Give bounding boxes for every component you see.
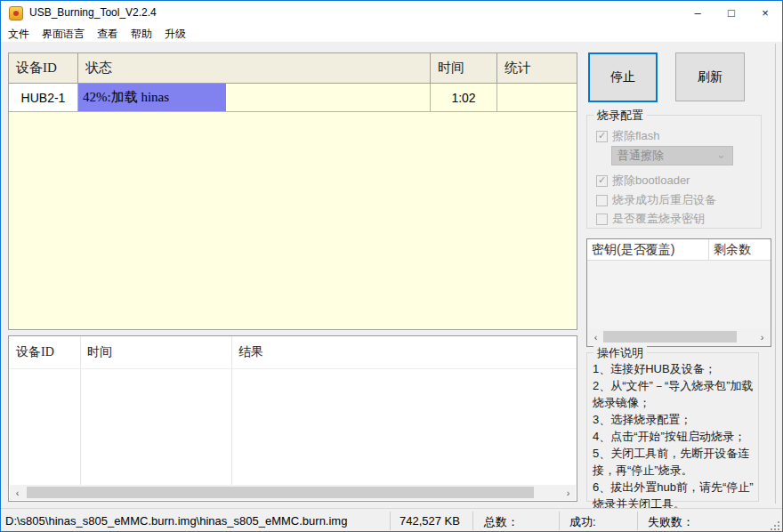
instructions-group: 操作说明 1、连接好HUB及设备； 2、从“文件”－“导入烧录包”加载烧录镜像；… <box>586 352 759 502</box>
scrollbar-thumb[interactable] <box>27 487 534 498</box>
panel-divider <box>775 44 776 504</box>
refresh-button[interactable]: 刷新 <box>675 52 745 101</box>
menu-item-file[interactable]: 文件 <box>8 27 36 42</box>
erase-bootloader-checkbox[interactable]: 擦除bootloader <box>596 173 690 189</box>
fail-count-label: 失败数： <box>648 514 694 530</box>
erase-mode-value: 普通擦除 <box>618 148 664 164</box>
menu-item-language[interactable]: 界面语言 <box>42 27 92 42</box>
checkbox-icon <box>596 131 608 142</box>
column-header-device-id[interactable]: 设备ID <box>9 336 80 368</box>
statusbar-separator <box>637 512 638 530</box>
statusbar-separator <box>472 512 473 530</box>
device-grid: 设备ID 状态 时间 统计 HUB2-1 42%:加载 hinas 1:02 <box>8 52 577 330</box>
menu-bar: 文件 界面语言 查看 帮助 升级 <box>1 26 782 42</box>
statusbar-separator <box>559 512 560 530</box>
close-button[interactable]: × <box>748 1 782 26</box>
checkbox-icon <box>596 214 608 225</box>
column-header-stats[interactable]: 统计 <box>497 53 577 83</box>
overwrite-burn-key-checkbox[interactable]: 是否覆盖烧录密钥 <box>596 211 705 227</box>
menu-item-view[interactable]: 查看 <box>97 27 125 42</box>
result-table: 设备ID 时间 结果 ‹ › <box>8 335 577 502</box>
window-title: USB_Burning_Tool_V2.2.4 <box>29 6 157 19</box>
instruction-line: 3、选择烧录配置； <box>593 411 755 428</box>
device-row[interactable]: HUB2-1 42%:加载 hinas 1:02 <box>9 84 577 112</box>
key-table-hscrollbar[interactable]: ‹ › <box>588 329 770 344</box>
chevron-down-icon: ⌄ <box>716 148 726 161</box>
stop-button[interactable]: 停止 <box>588 52 658 102</box>
stats-cell <box>497 84 577 111</box>
instruction-line: 2、从“文件”－“导入烧录包”加载烧录镜像； <box>593 377 755 411</box>
column-header-remaining[interactable]: 剩余数 <box>709 239 771 260</box>
key-table: 密钥(是否覆盖) 剩余数 ‹ › <box>586 238 771 347</box>
status-text: 42%:加载 hinas <box>83 84 169 111</box>
device-grid-header: 设备ID 状态 时间 统计 <box>9 53 577 84</box>
resize-grip[interactable] <box>769 520 779 530</box>
image-file-size: 742,527 KB <box>400 514 460 528</box>
column-divider <box>231 336 232 486</box>
checkbox-icon <box>596 195 608 206</box>
column-divider <box>80 336 81 486</box>
app-icon <box>9 6 23 20</box>
result-table-hscrollbar[interactable]: ‹ › <box>10 485 576 500</box>
status-bar: D:\s805\hinas_s805_eMMC.burn.img\hinas_s… <box>1 508 782 532</box>
header-divider <box>9 368 577 369</box>
title-bar: USB_Burning_Tool_V2.2.4 – □ × <box>1 1 782 26</box>
instruction-line: 5、关闭工具前，先断开设备连接，再“停止”烧录。 <box>593 445 755 479</box>
minimize-button[interactable]: – <box>681 1 714 26</box>
time-cell: 1:02 <box>431 84 497 111</box>
overwrite-burn-key-label: 是否覆盖烧录密钥 <box>612 211 705 227</box>
column-header-key[interactable]: 密钥(是否覆盖) <box>587 239 709 260</box>
erase-mode-dropdown[interactable]: 普通擦除 ⌄ <box>611 146 733 165</box>
result-table-header: 设备ID 时间 结果 <box>9 336 577 368</box>
menu-item-help[interactable]: 帮助 <box>131 27 159 42</box>
scroll-right-icon[interactable]: › <box>561 485 576 500</box>
instructions-text: 1、连接好HUB及设备； 2、从“文件”－“导入烧录包”加载烧录镜像； 3、选择… <box>593 360 755 512</box>
burn-config-title: 烧录配置 <box>593 108 647 124</box>
column-header-device-id[interactable]: 设备ID <box>9 53 78 83</box>
maximize-button[interactable]: □ <box>714 1 748 26</box>
success-count-label: 成功: <box>569 514 596 530</box>
total-count-label: 总数： <box>484 514 519 530</box>
instruction-line: 1、连接好HUB及设备； <box>593 360 755 377</box>
statusbar-separator <box>390 512 391 530</box>
column-header-result[interactable]: 结果 <box>231 336 577 368</box>
column-header-time[interactable]: 时间 <box>431 53 497 83</box>
key-table-header: 密钥(是否覆盖) 剩余数 <box>587 239 771 261</box>
scroll-left-icon[interactable]: ‹ <box>10 485 25 500</box>
status-progress-cell: 42%:加载 hinas <box>78 84 431 111</box>
erase-flash-checkbox[interactable]: 擦除flash <box>596 128 659 144</box>
erase-bootloader-label: 擦除bootloader <box>612 173 690 189</box>
scroll-left-icon[interactable]: ‹ <box>588 329 603 344</box>
erase-flash-label: 擦除flash <box>612 128 659 144</box>
instruction-line: 4、点击“开始”按钮启动烧录； <box>593 428 755 445</box>
scrollbar-thumb[interactable] <box>603 331 737 343</box>
device-id-cell: HUB2-1 <box>9 84 78 111</box>
burn-config-group: 烧录配置 擦除flash 普通擦除 ⌄ 擦除bootloader 烧录成功后重启… <box>586 115 762 229</box>
instructions-title: 操作说明 <box>593 345 647 361</box>
app-window: USB_Burning_Tool_V2.2.4 – □ × 文件 界面语言 查看… <box>0 0 783 532</box>
menu-item-upgrade[interactable]: 升级 <box>165 27 193 42</box>
column-header-time[interactable]: 时间 <box>80 336 231 368</box>
column-header-status[interactable]: 状态 <box>78 53 431 83</box>
image-file-path: D:\s805\hinas_s805_eMMC.burn.img\hinas_s… <box>5 514 347 528</box>
checkbox-icon <box>596 175 608 187</box>
reboot-after-success-checkbox[interactable]: 烧录成功后重启设备 <box>596 192 716 208</box>
reboot-after-success-label: 烧录成功后重启设备 <box>612 192 716 208</box>
scroll-right-icon[interactable]: › <box>755 329 770 344</box>
